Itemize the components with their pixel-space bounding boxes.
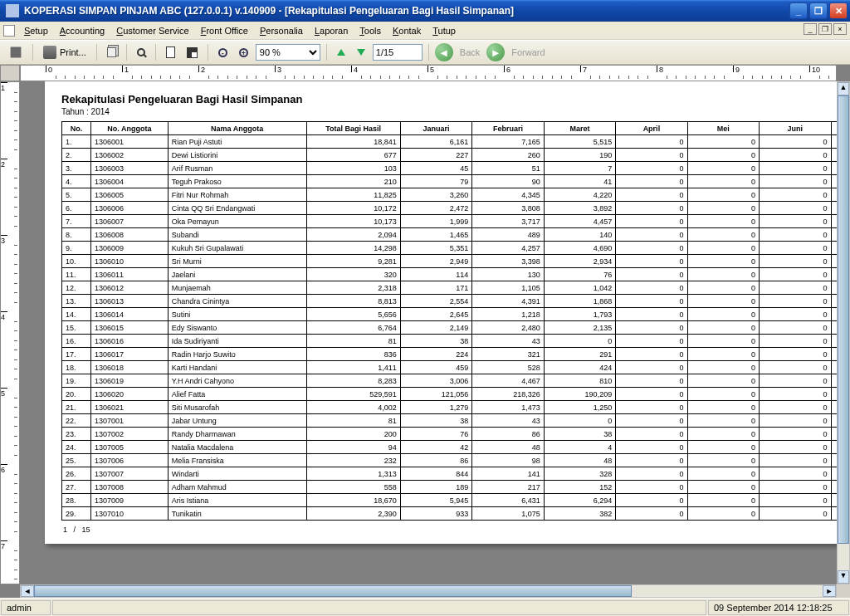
- multi-page-button[interactable]: [183, 43, 202, 61]
- table-cell: 0: [687, 414, 759, 428]
- table-cell: 0: [687, 454, 759, 467]
- table-cell: 13.: [62, 295, 91, 308]
- column-header: No. Anggota: [91, 122, 169, 135]
- menu-setup[interactable]: Setup: [18, 24, 54, 37]
- table-cell: 103: [306, 162, 400, 175]
- table-cell: 0: [831, 215, 837, 228]
- table-cell: 4,467: [472, 374, 544, 388]
- table-cell: 1307007: [91, 467, 169, 481]
- table-cell: 1,218: [472, 308, 544, 321]
- mdi-restore-button[interactable]: ❐: [818, 23, 832, 35]
- table-cell: Adham Mahmud: [168, 481, 306, 494]
- table-cell: 0: [831, 414, 837, 428]
- page-down-button[interactable]: [353, 43, 369, 61]
- table-cell: 0: [687, 361, 759, 374]
- menu-laporan[interactable]: Laporan: [309, 24, 354, 37]
- table-cell: 81: [306, 335, 400, 348]
- page-up-button[interactable]: [333, 43, 349, 61]
- table-cell: 0: [760, 175, 831, 188]
- mdi-minimize-button[interactable]: _: [804, 23, 817, 35]
- table-cell: 0: [831, 268, 837, 281]
- close-button[interactable]: ✕: [829, 2, 848, 19]
- table-cell: 1306010: [91, 255, 169, 268]
- back-button[interactable]: ◄: [435, 43, 453, 61]
- table-row: 24.1307005Natalia Macdalena9442484000000…: [62, 441, 838, 454]
- table-cell: 1306013: [91, 295, 169, 308]
- table-cell: 5.: [62, 188, 91, 202]
- table-cell: 0: [616, 481, 687, 494]
- menu-customer-service[interactable]: Customer Service: [110, 24, 194, 37]
- vertical-scrollbar[interactable]: ▲ ▼: [837, 81, 850, 584]
- hscroll-thumb[interactable]: [34, 585, 632, 597]
- menu-accounting[interactable]: Accounting: [54, 24, 110, 37]
- table-cell: 0: [831, 255, 837, 268]
- copy-button[interactable]: [103, 43, 120, 61]
- table-cell: 81: [306, 414, 400, 428]
- table-cell: 0: [616, 494, 687, 507]
- table-cell: 0: [831, 441, 837, 454]
- table-cell: 20.: [62, 388, 91, 401]
- find-button[interactable]: [133, 43, 149, 61]
- menu-personalia[interactable]: Personalia: [254, 24, 309, 37]
- scroll-down-button[interactable]: ▼: [838, 570, 849, 584]
- grid-icon: [187, 47, 198, 58]
- mdi-close-button[interactable]: ×: [833, 23, 847, 35]
- table-cell: 0: [616, 162, 687, 175]
- table-cell: 328: [544, 467, 615, 481]
- report-title: Rekapitulasi Pengeluaran Bagi Hasil Simp…: [61, 93, 837, 105]
- forward-button[interactable]: ►: [486, 43, 505, 61]
- table-cell: Radin Harjo Suwito: [168, 348, 306, 361]
- table-cell: 2,094: [306, 228, 400, 242]
- zoom-out-button[interactable]: [214, 43, 232, 61]
- table-cell: 844: [400, 467, 471, 481]
- table-cell: 0: [687, 228, 759, 242]
- page-field[interactable]: [373, 44, 423, 61]
- status-spacer: [52, 600, 706, 615]
- vscroll-thumb[interactable]: [838, 95, 849, 544]
- table-cell: 0: [831, 308, 837, 321]
- zoom-in-button[interactable]: [235, 43, 252, 61]
- table-cell: 0: [616, 268, 687, 281]
- scroll-up-button[interactable]: ▲: [838, 82, 849, 95]
- table-cell: 0: [831, 149, 837, 162]
- report-viewport[interactable]: Rekapitulasi Pengeluaran Bagi Hasil Simp…: [20, 81, 837, 584]
- single-page-button[interactable]: [162, 43, 179, 61]
- table-cell: 0: [687, 428, 759, 441]
- table-cell: 3,006: [400, 374, 471, 388]
- table-cell: 1306003: [91, 162, 169, 175]
- maximize-button[interactable]: ❐: [809, 2, 828, 19]
- table-cell: Edy Siswanto: [168, 321, 306, 335]
- table-cell: 8,283: [306, 374, 400, 388]
- scroll-left-button[interactable]: ◄: [21, 585, 34, 597]
- table-cell: 0: [831, 428, 837, 441]
- table-cell: Chandra Cinintya: [168, 295, 306, 308]
- table-row: 18.1306018Karti Handani1,411459528424000…: [62, 361, 838, 374]
- table-cell: 1306009: [91, 242, 169, 255]
- table-cell: 260: [472, 149, 544, 162]
- table-cell: 6,294: [544, 494, 615, 507]
- minimize-button[interactable]: _: [789, 2, 808, 19]
- menu-tools[interactable]: Tools: [354, 24, 387, 37]
- table-cell: 3.: [62, 162, 91, 175]
- table-cell: 0: [760, 188, 831, 202]
- table-row: 8.1306008Subandi2,0941,4654891400000000: [62, 228, 838, 242]
- table-cell: 2,390: [306, 507, 400, 521]
- table-cell: 0: [687, 162, 759, 175]
- arrow-up-icon: [337, 49, 345, 56]
- table-cell: 0: [616, 428, 687, 441]
- scroll-right-button[interactable]: ►: [823, 585, 836, 597]
- table-cell: 21.: [62, 401, 91, 414]
- table-cell: 489: [472, 228, 544, 242]
- menubar: SetupAccountingCustomer ServiceFront Off…: [0, 22, 850, 40]
- print-button[interactable]: Print...: [39, 43, 90, 61]
- table-cell: 227: [400, 149, 471, 162]
- menu-front-office[interactable]: Front Office: [195, 24, 254, 37]
- horizontal-scrollbar[interactable]: ◄ ►: [20, 584, 837, 598]
- table-cell: 1,793: [544, 308, 615, 321]
- table-cell: 29.: [62, 507, 91, 521]
- menu-kontak[interactable]: Kontak: [387, 24, 427, 37]
- menu-tutup[interactable]: Tutup: [427, 24, 462, 37]
- table-cell: 51: [472, 162, 544, 175]
- thumbnails-button[interactable]: [5, 43, 27, 61]
- zoom-select[interactable]: 90 %: [256, 44, 320, 61]
